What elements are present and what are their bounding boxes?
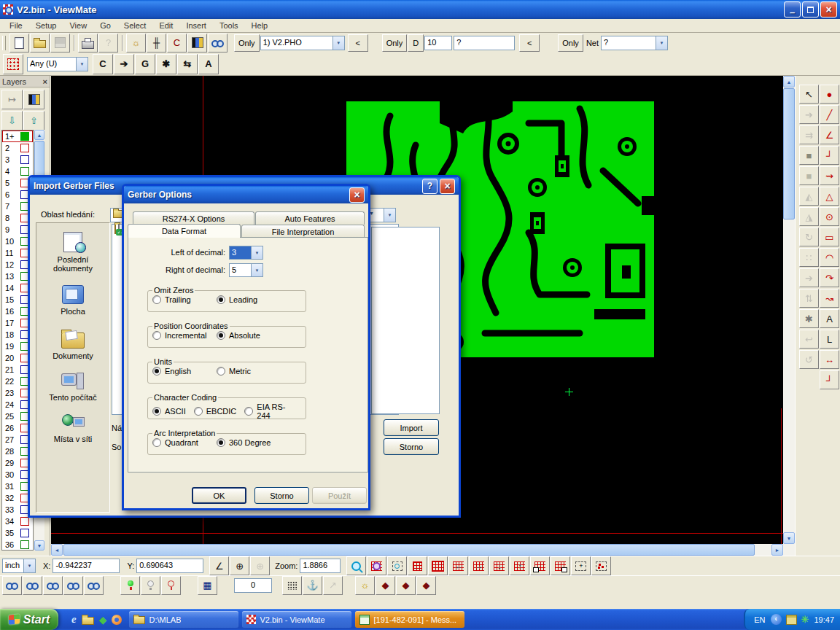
view-all-button[interactable] (2, 576, 22, 595)
origin-button[interactable]: ⊕ (230, 556, 249, 575)
place-network[interactable]: Místa v síti (38, 414, 108, 443)
zoom-grid-button[interactable] (367, 556, 386, 575)
minimize-button[interactable] (784, 1, 801, 18)
layer-color-swatch[interactable] (20, 155, 29, 164)
pad-mode-button[interactable]: ◆ (376, 576, 395, 595)
menu-setup[interactable]: Setup (29, 21, 63, 30)
layer-color-swatch[interactable] (20, 167, 29, 176)
radio-option-quadrant[interactable]: Quadrant (152, 438, 217, 447)
grid-dots-button[interactable] (282, 576, 302, 595)
view-traces-button[interactable] (63, 576, 83, 595)
chevron-down-icon[interactable] (76, 58, 88, 71)
draw-polyline-button[interactable]: ∠ (820, 125, 839, 144)
pan-right-button[interactable]: → (469, 556, 489, 575)
chevron-down-icon[interactable] (23, 559, 35, 572)
close-icon[interactable]: × (43, 77, 47, 86)
tab-auto-features[interactable]: Auto Features (255, 211, 365, 225)
dcode-value-field[interactable]: 10 (424, 36, 452, 50)
dcode-prev-button[interactable]: < (519, 34, 540, 52)
film-colors-button[interactable] (187, 34, 207, 52)
chevron-down-icon[interactable] (251, 264, 262, 276)
view-glasses-button[interactable] (208, 34, 228, 52)
radio-icon[interactable] (217, 331, 225, 340)
radio-option-incremental[interactable]: Incremental (152, 331, 217, 340)
my-documents-icon[interactable] (82, 617, 94, 625)
layers-panel-header[interactable]: Layers × (0, 76, 50, 88)
layer-color-swatch[interactable] (20, 540, 29, 549)
only-dcode-button[interactable]: Only (382, 34, 408, 52)
toolbar-grip[interactable] (2, 36, 6, 50)
scroll-up-icon[interactable] (783, 76, 795, 88)
radio-icon[interactable] (152, 407, 161, 416)
radio-icon[interactable] (217, 367, 225, 376)
draw-arc-point-button[interactable]: ↝ (820, 289, 839, 308)
radio-icon[interactable] (217, 295, 225, 304)
firefox-icon[interactable] (112, 615, 122, 625)
radio-option-eia-rs-244[interactable]: EIA RS-244 (244, 402, 293, 420)
circle-tool-button[interactable]: C (93, 54, 113, 74)
antivirus-tray-icon[interactable]: ✳ (801, 615, 809, 624)
layer-color-swatch[interactable] (20, 517, 29, 526)
lamp-outline-button[interactable] (161, 576, 181, 595)
right-of-decimal-combo[interactable]: 5 (229, 263, 263, 277)
draw-elbow-button[interactable]: ┘ (820, 370, 839, 389)
flash-mode-button[interactable]: ☼ (355, 576, 375, 595)
layer-combo[interactable]: 1) V2.PHO (260, 36, 345, 50)
radio-icon[interactable] (152, 331, 161, 340)
fill-dark-button[interactable]: ■ (799, 146, 819, 165)
new-file-button[interactable] (9, 34, 29, 52)
clipboard-tray-icon[interactable] (786, 615, 797, 625)
zoom-tool-button[interactable] (346, 556, 366, 575)
open-file-button[interactable] (30, 34, 50, 52)
pan-left-button[interactable]: ← (448, 556, 468, 575)
aperture-table-button[interactable]: ▦ (198, 576, 217, 595)
menu-insert[interactable]: Insert (179, 21, 213, 30)
radio-option-ascii[interactable]: ASCII (152, 402, 186, 420)
dimension-tool-button[interactable]: ↔ (820, 350, 839, 369)
x-coordinate-field[interactable]: -0.942237 (52, 559, 120, 573)
tab-data-format[interactable]: Data Format (128, 224, 241, 238)
draw-line-button[interactable]: ╱ (820, 105, 839, 124)
pad-mode-2-button[interactable]: ◆ (396, 576, 416, 595)
tab-file-interpretation[interactable]: File Interpretation (241, 225, 365, 238)
rotation-field[interactable]: 0 (234, 578, 272, 593)
layer-prev-button[interactable]: < (348, 34, 368, 52)
zoom-window-button[interactable] (530, 556, 550, 575)
measure-film-button[interactable]: ╫ (147, 34, 166, 52)
layer-row[interactable]: 1+ (2, 131, 33, 142)
swap-tool-button[interactable]: ⇆ (177, 54, 198, 74)
zoom-value-field[interactable]: 1.8866 (300, 559, 341, 573)
layer-row[interactable]: 36 (2, 539, 33, 551)
taskbar-task[interactable]: [191-482-091] - Mess... (355, 611, 464, 628)
radio-option-360-degree[interactable]: 360 Degree (217, 438, 281, 447)
layer-up-button[interactable]: ⇧ (23, 111, 44, 131)
draw-ray-button[interactable]: ⇝ (820, 166, 839, 185)
scroll-left-icon[interactable] (51, 544, 63, 556)
layer-down-button[interactable]: ⇩ (1, 111, 23, 131)
radio-icon[interactable] (217, 438, 225, 447)
start-button[interactable]: Start (0, 609, 58, 630)
view-pads-button[interactable] (43, 576, 63, 595)
restore-button[interactable] (802, 1, 819, 18)
menu-file[interactable]: File (3, 21, 29, 30)
gerber-dialog-title-bar[interactable]: Gerber Options (124, 186, 368, 203)
place-documents[interactable]: Dokumenty (38, 328, 108, 360)
star-tool-button[interactable]: ✱ (156, 54, 176, 74)
anchor-button[interactable]: ⚓ (303, 576, 322, 595)
select-mode-button[interactable] (3, 54, 23, 74)
close-button[interactable] (820, 1, 837, 18)
draw-pad-button[interactable]: ● (820, 85, 839, 104)
pan-down-button[interactable]: ↓ (489, 556, 509, 575)
cancel-button[interactable]: Storno (254, 487, 309, 504)
arrow-tool-button[interactable]: ➔ (114, 54, 134, 74)
chevron-down-icon[interactable] (251, 246, 262, 259)
draw-arc-button[interactable]: ◠ (820, 248, 839, 267)
radio-option-trailing[interactable]: Trailing (152, 295, 217, 304)
radio-option-ebcdic[interactable]: EBCDIC (194, 402, 237, 420)
help-icon[interactable] (422, 179, 438, 194)
chevron-down-icon[interactable] (332, 36, 344, 50)
layer-row[interactable]: 4 (2, 166, 33, 177)
layer-color-swatch[interactable] (20, 529, 29, 537)
pan-up-button[interactable]: ↑ (510, 556, 529, 575)
tab-rs274x-options[interactable]: RS274-X Options (133, 211, 254, 225)
